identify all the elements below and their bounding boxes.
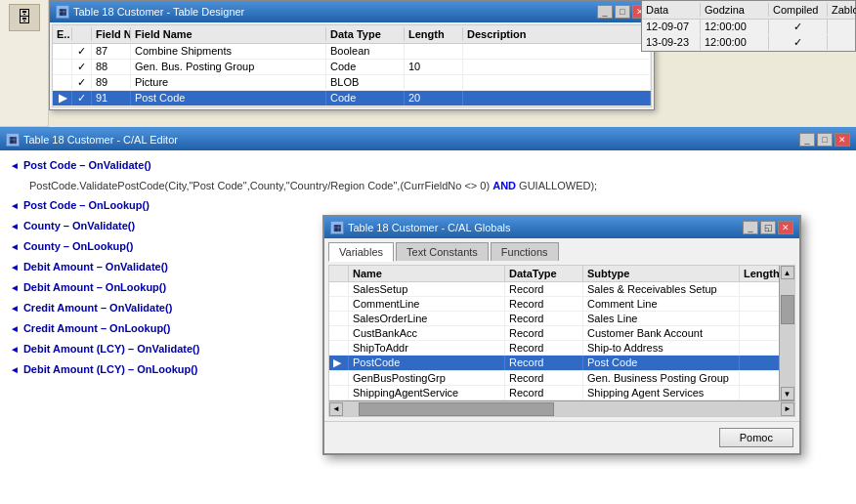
cal-line: ◄ Post Code – OnLookup(): [10, 196, 846, 215]
globals-dialog: ▦ Table 18 Customer - C/AL Globals _ ◱ ✕…: [322, 215, 801, 455]
row-selector: [53, 44, 72, 59]
right-panel-row[interactable]: 13-09-23 12:00:00 ✓: [642, 35, 855, 51]
var-length: [740, 341, 779, 355]
pomoc-button[interactable]: Pomoc: [719, 428, 793, 447]
var-subtype: Shipping Agent Services: [583, 386, 740, 399]
globals-row[interactable]: SalesSetup Record Sales & Receivables Se…: [329, 282, 779, 297]
globals-row[interactable]: CommentLine Record Comment Line: [329, 297, 779, 312]
scroll-h-thumb[interactable]: [359, 402, 554, 416]
cal-arrow-icon: ◄: [10, 300, 20, 317]
tab-variables[interactable]: Variables: [328, 242, 394, 262]
field-no: 87: [92, 44, 131, 59]
field-no: 91: [92, 91, 131, 105]
cal-window-controls: _ □ ✕: [799, 133, 850, 147]
scroll-right-arrow[interactable]: ►: [781, 402, 794, 416]
description: [463, 44, 651, 59]
globals-restore-button[interactable]: ◱: [760, 221, 776, 234]
globals-controls: _ ◱ ✕: [743, 221, 793, 234]
col-length: Length: [740, 266, 779, 281]
description: [463, 75, 651, 90]
col-datatype: DataType: [505, 266, 583, 281]
scroll-up-arrow[interactable]: ▲: [781, 266, 794, 279]
right-panel-header: Data Godzina Compiled Zabloko: [642, 1, 855, 20]
row-check: ✓: [72, 44, 92, 59]
cal-line: ◄ Post Code – OnValidate(): [10, 156, 846, 175]
left-strip: 🗄: [0, 0, 49, 127]
table-row[interactable]: ✓ 87 Combine Shipments Boolean: [53, 44, 651, 60]
var-name: ShippingAgentService: [349, 386, 505, 399]
tab-text-constants[interactable]: Text Constants: [396, 242, 489, 261]
col-e: E..: [53, 27, 72, 41]
table-designer-titlebar: ▦ Table 18 Customer - Table Designer _ □…: [50, 1, 654, 22]
row-selector: [53, 75, 72, 90]
globals-row[interactable]: ShipToAddr Record Ship-to Address: [329, 341, 779, 356]
scroll-down-arrow[interactable]: ▼: [781, 387, 794, 400]
dialog-footer: Pomoc: [324, 421, 799, 453]
data-type: BLOB: [326, 75, 405, 90]
row-arrow: [329, 386, 349, 399]
vertical-scrollbar[interactable]: ▲ ▼: [779, 266, 794, 400]
right-panel: Data Godzina Compiled Zabloko 12-09-07 1…: [641, 0, 856, 52]
table-row[interactable]: ✓ 89 Picture BLOB: [53, 75, 651, 91]
var-length: [740, 282, 779, 296]
cal-func-label: Credit Amount – OnValidate(): [23, 299, 172, 316]
cal-func-label: Debit Amount (LCY) – OnLookup(): [23, 360, 198, 378]
minimize-button[interactable]: _: [597, 5, 613, 19]
cal-arrow-icon: ◄: [10, 197, 20, 215]
row-arrow: [329, 326, 349, 340]
grid-header: E.. Field No. Field Name Data Type Lengt…: [53, 25, 651, 44]
globals-close-button[interactable]: ✕: [778, 221, 793, 234]
var-subtype: Post Code: [583, 356, 740, 370]
globals-minimize-button[interactable]: _: [743, 221, 758, 234]
zabloko-cell: [828, 20, 856, 34]
cal-close-button[interactable]: ✕: [835, 133, 850, 147]
var-datatype: Record: [505, 326, 583, 340]
cal-func-label: Credit Amount – OnLookup(): [23, 319, 171, 337]
table-designer-window: ▦ Table 18 Customer - Table Designer _ □…: [49, 0, 655, 110]
globals-row[interactable]: ShippingAgentService Record Shipping Age…: [329, 386, 779, 400]
length: 10: [405, 60, 463, 74]
row-selector: ▶: [53, 91, 72, 105]
globals-tab-bar: Variables Text Constants Functions: [324, 238, 799, 261]
globals-dialog-title: Table 18 Customer - C/AL Globals: [348, 222, 511, 233]
scroll-left-arrow[interactable]: ◄: [329, 402, 343, 416]
tab-functions[interactable]: Functions: [491, 242, 559, 261]
var-subtype: Sales & Receivables Setup: [583, 282, 740, 296]
var-length: [740, 386, 779, 399]
var-datatype: Record: [505, 297, 583, 311]
table-row[interactable]: ✓ 88 Gen. Bus. Posting Group Code 10: [53, 60, 651, 75]
cal-arrow-icon: ◄: [10, 361, 20, 379]
globals-row[interactable]: GenBusPostingGrp Record Gen. Business Po…: [329, 371, 779, 386]
row-selector: [53, 60, 72, 74]
scroll-thumb[interactable]: [781, 295, 794, 324]
cal-minimize-button[interactable]: _: [799, 133, 815, 147]
globals-grid-inner: Name DataType Subtype Length SalesSetup …: [329, 266, 779, 400]
table-row-selected[interactable]: ▶ ✓ 91 Post Code Code 20: [53, 91, 651, 106]
cal-arrow-icon: ◄: [10, 238, 20, 256]
length: [405, 75, 463, 90]
horizontal-scrollbar[interactable]: ◄ ►: [329, 400, 794, 416]
maximize-button[interactable]: □: [615, 5, 630, 19]
var-name: SalesOrderLine: [349, 312, 505, 325]
row-check: ✓: [72, 75, 92, 90]
col-selector: [329, 266, 349, 281]
globals-title-icon: ▦: [330, 221, 344, 234]
globals-row[interactable]: SalesOrderLine Record Sales Line: [329, 312, 779, 326]
row-arrow: [329, 297, 349, 311]
globals-row[interactable]: CustBankAcc Record Customer Bank Account: [329, 326, 779, 341]
cal-maximize-button[interactable]: □: [817, 133, 833, 147]
var-name: ShipToAddr: [349, 341, 505, 355]
var-datatype: Record: [505, 312, 583, 325]
col-compiled: Compiled: [769, 3, 828, 17]
row-arrow: [329, 282, 349, 296]
field-no: 88: [92, 60, 131, 74]
row-check: ✓: [72, 60, 92, 74]
right-panel-row[interactable]: 12-09-07 12:00:00 ✓: [642, 20, 855, 35]
cal-func-label: County – OnValidate(): [23, 217, 135, 234]
col-length: Length: [405, 27, 463, 41]
description: [463, 91, 651, 105]
col-subtype: Subtype: [583, 266, 740, 281]
globals-row-selected[interactable]: ▶ PostCode Record Post Code: [329, 356, 779, 371]
table-designer-grid: E.. Field No. Field Name Data Type Lengt…: [52, 24, 652, 107]
cal-editor-titlebar: ▦ Table 18 Customer - C/AL Editor _ □ ✕: [0, 129, 856, 150]
